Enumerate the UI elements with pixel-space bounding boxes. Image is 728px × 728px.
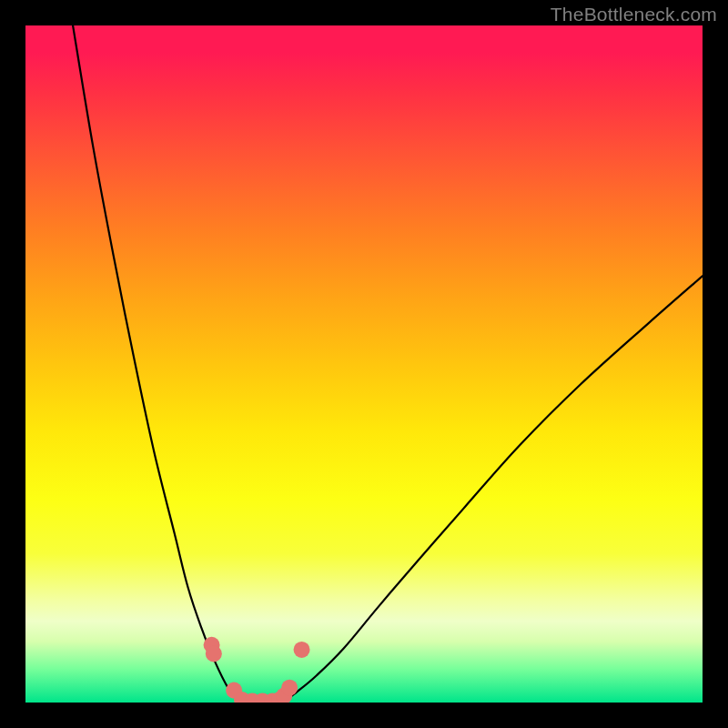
plot-area <box>25 25 703 703</box>
bottleneck-curve <box>73 25 703 703</box>
watermark-text: TheBottleneck.com <box>551 4 717 25</box>
valley-marker <box>281 680 298 696</box>
chart-frame: TheBottleneck.com <box>0 0 728 728</box>
curve-layer <box>25 25 703 703</box>
valley-marker <box>206 645 222 662</box>
valley-marker <box>294 642 310 658</box>
